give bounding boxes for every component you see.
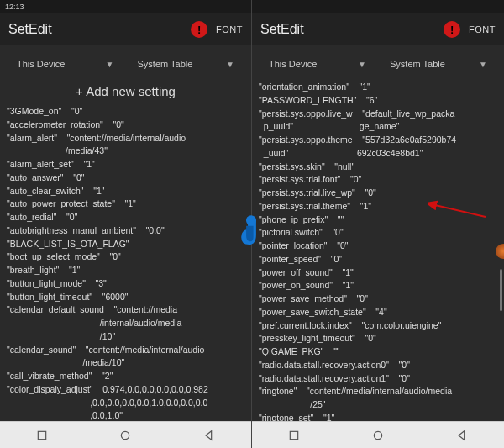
setting-row[interactable]: "PASSWORD_LENGTH" "6" <box>259 94 497 108</box>
setting-row[interactable]: "pointer_location" "0" <box>259 240 497 253</box>
setting-row[interactable]: "accelerometer_rotation" "0" <box>7 119 244 132</box>
svg-point-1 <box>122 431 129 439</box>
setting-row[interactable]: "button_light_timeout" "6000" <box>7 291 244 304</box>
settings-list-right[interactable]: "orientation_animation" "1""PASSWORD_LEN… <box>252 81 504 421</box>
setting-row[interactable]: "pictorial switch" "0" <box>259 226 497 240</box>
setting-row[interactable]: "3GMode_on" "0" <box>7 105 244 119</box>
app-bar: SetEdit ! FONT <box>252 13 504 45</box>
setting-row[interactable]: "power_save_method" "0" <box>259 293 497 306</box>
setting-row[interactable]: "pointer_speed" "0" <box>259 253 497 266</box>
setting-row[interactable]: "persist.sys.oppo.theme "557d32a6e0af529… <box>259 134 497 161</box>
phone-left: 12:13 SetEdit ! FONT This Device ▼ Syste… <box>0 0 252 448</box>
nav-back-icon[interactable] <box>202 429 216 442</box>
add-new-setting[interactable]: + Add new setting <box>7 81 244 105</box>
setting-row[interactable]: "radio.data.stall.recovery.action1" "0" <box>259 372 497 386</box>
setting-row[interactable]: "color_dispaly_adjust" 0.974,0.0,0.0,0.0… <box>7 383 244 421</box>
setting-row[interactable]: "persist.sys.skin" "null" <box>259 161 497 174</box>
setting-row[interactable]: "QIGAME_PKG" "" <box>259 345 497 359</box>
table-selector[interactable]: System Table ▼ <box>383 59 494 69</box>
chevron-down-icon: ▼ <box>226 60 234 69</box>
table-selector-label: System Table <box>138 59 193 69</box>
nav-bar <box>252 421 504 448</box>
setting-row[interactable]: "auto_clear_switch" "1" <box>7 185 244 198</box>
setting-row[interactable]: "alarm_alert" "content://media/internal/… <box>7 132 244 159</box>
setting-row[interactable]: "boot_up_select_mode" "0" <box>7 250 244 264</box>
setting-row[interactable]: "power_save_switch_state" "4" <box>259 306 497 319</box>
setting-row[interactable]: "auto_answer" "0" <box>7 171 244 185</box>
svg-rect-2 <box>290 431 297 439</box>
status-bar: 12:13 <box>0 0 251 13</box>
setting-row[interactable]: "auto_power_protect_state" "1" <box>7 198 244 211</box>
chevron-down-icon: ▼ <box>358 60 366 69</box>
nav-bar <box>0 421 251 448</box>
svg-point-3 <box>374 431 381 439</box>
setting-row[interactable]: "orientation_animation" "1" <box>259 81 497 94</box>
app-bar: SetEdit ! FONT <box>0 13 251 45</box>
watermark-logo-icon <box>234 213 269 248</box>
chevron-down-icon: ▼ <box>479 60 487 69</box>
warning-icon[interactable]: ! <box>191 21 207 38</box>
status-time: 12:13 <box>5 3 24 11</box>
setting-row[interactable]: "BLACK_LIST_IS_OTA_FLAG" <box>7 238 244 251</box>
setting-row[interactable]: "pref.current.lock.index" "com.color.uie… <box>259 319 497 333</box>
setting-row[interactable]: "call_vibrate_method" "2" <box>7 370 244 383</box>
setting-row[interactable]: "breath_light" "1" <box>7 264 244 277</box>
table-selector-label: System Table <box>390 59 445 69</box>
device-selector[interactable]: This Device ▼ <box>262 59 373 69</box>
setting-row[interactable]: "ringtone_set" "1" <box>259 412 497 421</box>
chevron-down-icon: ▼ <box>106 60 114 69</box>
settings-list-left[interactable]: + Add new setting "3GMode_on" "0""accele… <box>0 81 251 421</box>
svg-line-5 <box>435 205 486 217</box>
setting-row[interactable]: "calendar_sound" "content://media/intern… <box>7 344 244 371</box>
phone-right: SetEdit ! FONT This Device ▼ System Tabl… <box>252 0 504 448</box>
setting-row[interactable]: "power_off_sound" "1" <box>259 266 497 280</box>
nav-home-icon[interactable] <box>118 429 132 442</box>
table-selector[interactable]: System Table ▼ <box>131 59 242 69</box>
setting-row[interactable]: "ringtone" "content://media/internal/aud… <box>259 385 497 412</box>
nav-recent-icon[interactable] <box>35 429 49 442</box>
font-button[interactable]: FONT <box>469 24 496 34</box>
setting-row[interactable]: "autobrightness_manul_ambient" "0.0" <box>7 224 244 238</box>
app-title: SetEdit <box>260 22 304 37</box>
device-selector-label: This Device <box>17 59 65 69</box>
setting-row[interactable]: "persist.sys.oppo.live_w "default_live_w… <box>259 108 497 134</box>
device-selector[interactable]: This Device ▼ <box>10 59 121 69</box>
setting-row[interactable]: "persist.sys.trial.font" "0" <box>259 173 497 187</box>
selector-row: This Device ▼ System Table ▼ <box>0 45 251 81</box>
setting-row[interactable]: "presskey_light_timeout" "0" <box>259 332 497 345</box>
svg-rect-0 <box>38 431 45 439</box>
font-button[interactable]: FONT <box>216 24 243 34</box>
nav-back-icon[interactable] <box>455 429 469 442</box>
device-selector-label: This Device <box>269 59 317 69</box>
annotation-arrow-icon <box>428 200 489 222</box>
warning-icon[interactable]: ! <box>444 21 460 38</box>
setting-row[interactable]: "calendar_default_sound "content://media… <box>7 303 244 343</box>
setting-row[interactable]: "alarm_alert_set" "1" <box>7 158 244 171</box>
app-title: SetEdit <box>8 22 52 37</box>
nav-recent-icon[interactable] <box>287 429 301 442</box>
nav-home-icon[interactable] <box>371 429 385 442</box>
status-bar <box>252 0 504 13</box>
setting-row[interactable]: "power_on_sound" "1" <box>259 279 497 293</box>
setting-row[interactable]: "button_light_mode" "3" <box>7 277 244 291</box>
setting-row[interactable]: "radio.data.stall.recovery.action0" "0" <box>259 359 497 372</box>
setting-row[interactable]: "persist.sys.trial.live_wp" "0" <box>259 187 497 200</box>
scroll-indicator[interactable] <box>500 269 502 311</box>
setting-row[interactable]: "auto_redial" "0" <box>7 211 244 224</box>
selector-row: This Device ▼ System Table ▼ <box>252 45 504 81</box>
